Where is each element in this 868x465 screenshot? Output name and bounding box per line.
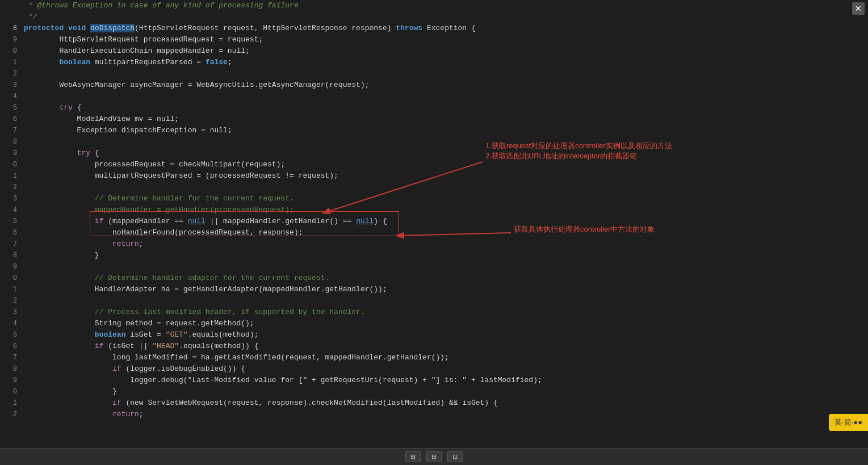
line-content-28: String method = request.getMethod(); — [22, 318, 868, 329]
line-content-10: ModelAndView mv = null; — [22, 114, 868, 125]
line-content-30: if (isGet || "HEAD".equals(method)) { — [22, 341, 868, 352]
line-number-22: 8 — [0, 250, 22, 261]
line-number-16: 2 — [0, 182, 22, 193]
line-content-19: if (mappedHandler == null || mappedHandl… — [22, 216, 868, 227]
line-number-35: 1 — [0, 397, 22, 409]
translation-label: 英·简·●● — [835, 417, 862, 428]
code-line-19: 5 if (mappedHandler == null || mappedHan… — [0, 216, 868, 227]
taskbar-btn-1[interactable]: ⊞ — [405, 451, 421, 462]
line-content-7: WebAsyncManager asyncManager = WebAsyncU… — [22, 79, 868, 91]
line-number-31: 7 — [0, 352, 22, 363]
code-line-17: 3 // Determine handler for the current r… — [0, 193, 868, 204]
line-content-1: */ — [22, 11, 868, 23]
line-content-22: } — [22, 250, 868, 261]
close-button[interactable]: ✕ — [852, 2, 865, 15]
code-line-26: 2 — [0, 295, 868, 307]
taskbar-btn-2[interactable]: ⊟ — [426, 451, 442, 462]
code-line-9: 5 try { — [0, 102, 868, 114]
code-line-2: 8protected void doDispatch(HttpServletRe… — [0, 23, 868, 34]
code-line-12: 8 — [0, 136, 868, 148]
line-content-2: protected void doDispatch(HttpServletReq… — [22, 23, 868, 34]
line-number-30: 6 — [0, 341, 22, 352]
line-number-7: 3 — [0, 79, 22, 91]
line-content-35: if (new ServletWebRequest(request, respo… — [22, 397, 868, 409]
taskbar: ⊞ ⊟ ⊡ — [0, 448, 868, 465]
line-content-21: return; — [22, 238, 868, 250]
line-number-21: 7 — [0, 238, 22, 250]
code-line-3: 9 HttpServletRequest processedRequest = … — [0, 34, 868, 45]
line-content-24: // Determine handler adapter for the cur… — [22, 273, 868, 284]
line-number-5: 1 — [0, 57, 22, 68]
code-line-23: 9 — [0, 261, 868, 273]
line-content-29: boolean isGet = "GET".equals(method); — [22, 329, 868, 341]
line-content-33: logger.debug("Last-Modified value for ["… — [22, 375, 868, 386]
code-line-18: 4 mappedHandler = getHandler(processedRe… — [0, 204, 868, 216]
line-number-15: 1 — [0, 170, 22, 182]
code-line-4: 0 HandlerExecutionChain mappedHandler = … — [0, 45, 868, 57]
code-line-11: 7 Exception dispatchException = null; — [0, 125, 868, 136]
line-content-20: noHandlerFound(processedRequest, respons… — [22, 227, 868, 238]
code-line-0: * @throws Exception in case of any kind … — [0, 0, 868, 11]
line-number-6: 2 — [0, 68, 22, 79]
line-content-36: return; — [22, 409, 868, 420]
line-number-28: 4 — [0, 318, 22, 329]
line-number-10: 6 — [0, 114, 22, 125]
code-line-20: 6 noHandlerFound(processedRequest, respo… — [0, 227, 868, 238]
line-content-4: HandlerExecutionChain mappedHandler = nu… — [22, 45, 868, 57]
line-number-29: 5 — [0, 329, 22, 341]
line-content-32: if (logger.isDebugEnabled()) { — [22, 363, 868, 375]
code-line-29: 5 boolean isGet = "GET".equals(method); — [0, 329, 868, 341]
editor-container: ✕ * @throws Exception in case of any kin… — [0, 0, 868, 465]
line-content-34: } — [22, 386, 868, 397]
taskbar-btn-3[interactable]: ⊡ — [447, 451, 463, 462]
code-line-36: 2 return; — [0, 409, 868, 420]
line-number-36: 2 — [0, 409, 22, 420]
line-number-27: 3 — [0, 307, 22, 318]
line-content-31: long lastModified = ha.getLastModified(r… — [22, 352, 868, 363]
code-line-28: 4 String method = request.getMethod(); — [0, 318, 868, 329]
line-content-3: HttpServletRequest processedRequest = re… — [22, 34, 868, 45]
line-number-17: 3 — [0, 193, 22, 204]
translation-widget[interactable]: 英·简·●● — [829, 414, 868, 431]
line-number-8: 4 — [0, 91, 22, 102]
code-line-24: 0 // Determine handler adapter for the c… — [0, 273, 868, 284]
line-content-17: // Determine handler for the current req… — [22, 193, 868, 204]
line-content-11: Exception dispatchException = null; — [22, 125, 868, 136]
code-line-25: 1 HandlerAdapter ha = getHandlerAdapter(… — [0, 284, 868, 295]
line-content-9: try { — [22, 102, 868, 114]
code-line-21: 7 return; — [0, 238, 868, 250]
line-number-25: 1 — [0, 284, 22, 295]
code-line-35: 1 if (new ServletWebRequest(request, res… — [0, 397, 868, 409]
code-line-14: 0 processedRequest = checkMultipart(requ… — [0, 159, 868, 170]
line-content-18: mappedHandler = getHandler(processedRequ… — [22, 204, 868, 216]
code-line-10: 6 ModelAndView mv = null; — [0, 114, 868, 125]
code-line-22: 8 } — [0, 250, 868, 261]
line-content-13: try { — [22, 148, 868, 159]
line-content-5: boolean multipartRequestParsed = false; — [22, 57, 868, 68]
line-number-32: 8 — [0, 363, 22, 375]
line-number-24: 0 — [0, 273, 22, 284]
line-content-27: // Process last-modified header, if supp… — [22, 307, 868, 318]
line-number-14: 0 — [0, 159, 22, 170]
line-number-9: 5 — [0, 102, 22, 114]
code-line-13: 9 try { — [0, 148, 868, 159]
line-number-18: 4 — [0, 204, 22, 216]
line-number-34: 0 — [0, 386, 22, 397]
code-line-1: */ — [0, 11, 868, 23]
code-line-5: 1 boolean multipartRequestParsed = false… — [0, 57, 868, 68]
line-number-12: 8 — [0, 136, 22, 148]
line-number-13: 9 — [0, 148, 22, 159]
code-line-7: 3 WebAsyncManager asyncManager = WebAsyn… — [0, 79, 868, 91]
line-number-20: 6 — [0, 227, 22, 238]
line-content-15: multipartRequestParsed = (processedReque… — [22, 170, 868, 182]
line-number-4: 0 — [0, 45, 22, 57]
line-number-2: 8 — [0, 23, 22, 34]
code-line-32: 8 if (logger.isDebugEnabled()) { — [0, 363, 868, 375]
code-line-30: 6 if (isGet || "HEAD".equals(method)) { — [0, 341, 868, 352]
code-line-31: 7 long lastModified = ha.getLastModified… — [0, 352, 868, 363]
line-content-14: processedRequest = checkMultipart(reques… — [22, 159, 868, 170]
code-line-27: 3 // Process last-modified header, if su… — [0, 307, 868, 318]
code-line-33: 9 logger.debug("Last-Modified value for … — [0, 375, 868, 386]
code-line-15: 1 multipartRequestParsed = (processedReq… — [0, 170, 868, 182]
line-content-0: * @throws Exception in case of any kind … — [22, 0, 868, 11]
